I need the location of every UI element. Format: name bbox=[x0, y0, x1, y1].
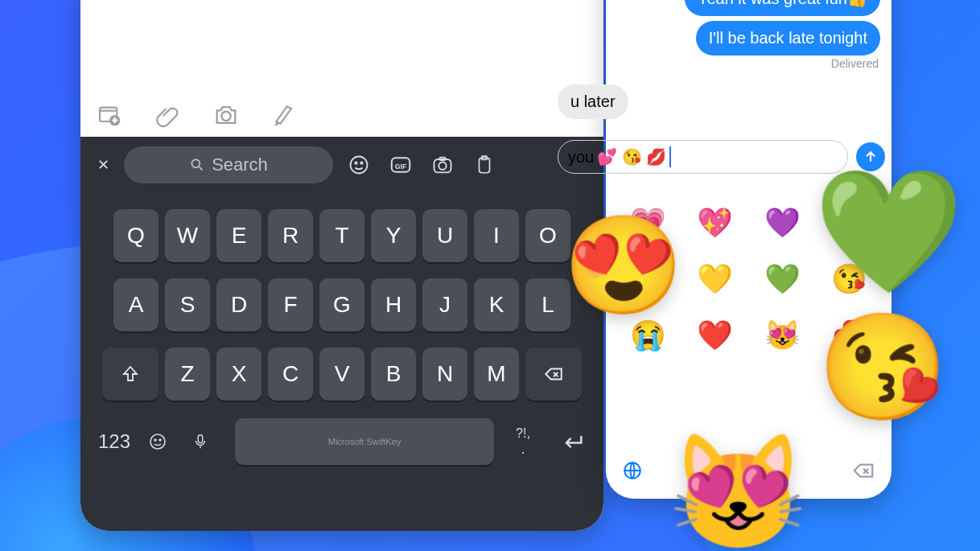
text-cursor bbox=[669, 146, 671, 167]
delivered-label: Delivered bbox=[606, 57, 879, 70]
key-a[interactable]: A bbox=[113, 278, 159, 331]
backspace-key[interactable] bbox=[525, 347, 582, 401]
shift-key[interactable] bbox=[102, 347, 159, 401]
attachment-toolbar bbox=[97, 101, 298, 129]
key-g[interactable]: G bbox=[319, 278, 364, 331]
backspace-icon[interactable] bbox=[851, 458, 875, 483]
key-w[interactable]: W bbox=[165, 209, 210, 262]
svg-point-6 bbox=[360, 162, 362, 164]
key-rows: QWERTYUIO ASDFGHJKL ZXCVBNM bbox=[80, 209, 603, 401]
punctuation-key[interactable]: ?!,. bbox=[505, 426, 541, 458]
received-bubble-partial: u later bbox=[558, 84, 628, 119]
key-m[interactable]: M bbox=[474, 347, 519, 401]
enter-key[interactable] bbox=[552, 428, 592, 455]
compose-emojis: 💕 😘 💋 bbox=[597, 147, 666, 167]
svg-point-3 bbox=[191, 159, 200, 167]
key-k[interactable]: K bbox=[474, 278, 519, 331]
highlighter-icon[interactable] bbox=[272, 102, 298, 128]
key-i[interactable]: I bbox=[474, 209, 519, 262]
key-q[interactable]: Q bbox=[113, 209, 159, 262]
key-v[interactable]: V bbox=[319, 347, 364, 401]
svg-point-14 bbox=[150, 434, 165, 449]
key-y[interactable]: Y bbox=[371, 209, 416, 262]
emoji-option[interactable]: ❤️ bbox=[689, 319, 741, 352]
svg-point-16 bbox=[159, 439, 161, 441]
emoji-option[interactable]: 💖 bbox=[689, 206, 741, 240]
sent-bubble-1: Yeah it was great fun👍 bbox=[685, 0, 880, 16]
emoji-option[interactable]: 💜 bbox=[756, 206, 809, 240]
svg-point-10 bbox=[439, 162, 446, 170]
bottom-row: 123 Microsoft SwiftKey ?!,. bbox=[80, 418, 603, 465]
emoji-option[interactable]: 💚 bbox=[756, 262, 809, 296]
search-placeholder: Search bbox=[212, 154, 268, 175]
clipboard-icon[interactable] bbox=[468, 154, 500, 175]
key-f[interactable]: F bbox=[268, 278, 313, 331]
compose-input[interactable]: you 💕 😘 💋 bbox=[558, 140, 848, 174]
key-e[interactable]: E bbox=[216, 209, 261, 262]
float-green-heart-emoji: 💚 bbox=[813, 161, 964, 302]
compose-text: you bbox=[568, 148, 594, 167]
add-attachment-icon[interactable] bbox=[97, 102, 122, 128]
svg-rect-9 bbox=[434, 159, 451, 172]
key-z[interactable]: Z bbox=[165, 347, 210, 401]
key-h[interactable]: H bbox=[371, 278, 416, 331]
globe-icon[interactable] bbox=[622, 460, 643, 481]
key-c[interactable]: C bbox=[268, 347, 313, 401]
emoji-option[interactable]: 😻 bbox=[756, 319, 809, 352]
key-d[interactable]: D bbox=[216, 278, 261, 331]
svg-point-15 bbox=[154, 439, 156, 441]
emoji-icon[interactable] bbox=[343, 154, 375, 176]
key-t[interactable]: T bbox=[319, 209, 364, 262]
space-bar[interactable]: Microsoft SwiftKey bbox=[235, 418, 494, 465]
svg-rect-17 bbox=[198, 435, 203, 443]
sent-bubble-2: I'll be back late tonight bbox=[696, 21, 880, 56]
phone-left-note-app: ✕ Search GIF QWERTYUIO ASDFGHJKL ZXCVBNM… bbox=[80, 0, 603, 531]
paperclip-icon[interactable] bbox=[154, 102, 180, 128]
svg-point-5 bbox=[355, 162, 356, 164]
svg-text:GIF: GIF bbox=[395, 162, 407, 171]
emoji-option[interactable]: 💛 bbox=[689, 262, 741, 296]
key-j[interactable]: J bbox=[422, 278, 467, 331]
emoji-option[interactable]: 😭 bbox=[622, 319, 674, 352]
svg-point-4 bbox=[351, 157, 368, 174]
camera-icon[interactable] bbox=[212, 101, 240, 129]
key-n[interactable]: N bbox=[422, 347, 467, 401]
mic-icon[interactable] bbox=[191, 433, 224, 450]
swiftkey-dark-keyboard: ✕ Search GIF QWERTYUIO ASDFGHJKL ZXCVBNM… bbox=[80, 137, 603, 531]
key-r[interactable]: R bbox=[268, 209, 313, 262]
close-icon[interactable]: ✕ bbox=[92, 156, 114, 174]
key-u[interactable]: U bbox=[422, 209, 467, 262]
float-kiss-face-emoji: 😘 bbox=[817, 306, 948, 429]
float-heart-eyes-emoji: 😍 bbox=[563, 209, 684, 322]
svg-point-2 bbox=[221, 112, 230, 121]
key-x[interactable]: X bbox=[216, 347, 261, 401]
numbers-key[interactable]: 123 bbox=[92, 430, 137, 453]
key-s[interactable]: S bbox=[165, 278, 210, 331]
gif-icon[interactable]: GIF bbox=[385, 153, 417, 177]
key-b[interactable]: B bbox=[371, 347, 416, 401]
emoji-key-icon[interactable] bbox=[148, 432, 180, 451]
float-cat-heart-eyes-emoji: 😻 bbox=[668, 426, 809, 551]
sticker-camera-icon[interactable] bbox=[426, 154, 459, 176]
search-field[interactable]: Search bbox=[124, 146, 333, 183]
